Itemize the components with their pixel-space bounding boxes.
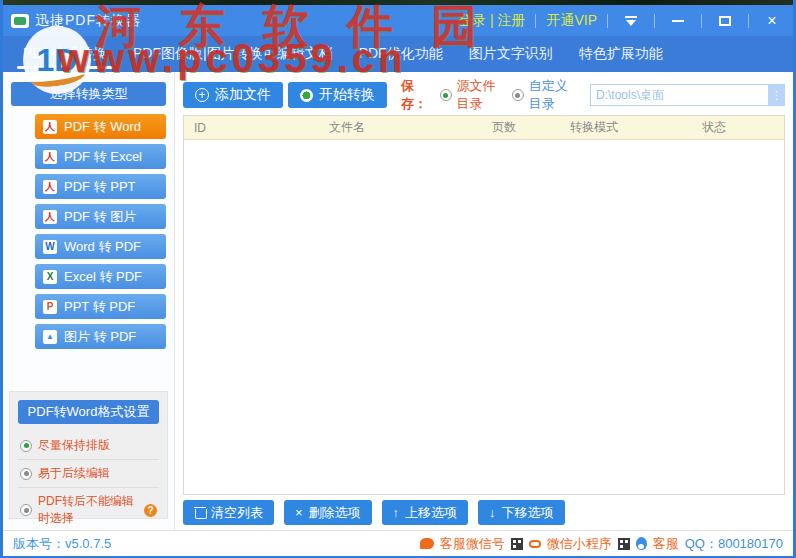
app-logo-icon (11, 14, 29, 28)
app-window: 迅捷PDF转换器 登录 | 注册 开通VIP × PDF格式转换 PDF图像版|… (0, 0, 796, 558)
sidebar: 选择转换类型 人 PDF 转 Word 人 PDF 转 Excel 人 PDF … (3, 72, 175, 530)
divider (748, 14, 749, 28)
tab-image-ocr[interactable]: 图片文字识别 (463, 36, 559, 72)
pdf-icon: 人 (43, 150, 57, 164)
radio-icon (20, 440, 32, 452)
wechat-icon (420, 538, 434, 549)
clear-list-label: 清空列表 (211, 504, 263, 522)
maximize-icon (719, 16, 731, 26)
sidebar-item-label: Word 转 PDF (64, 238, 141, 256)
tab-pdf-image-to-editable[interactable]: PDF图像版|图片转换可编辑文档 (127, 36, 339, 72)
radio-icon (440, 89, 452, 101)
qq-service-label: 客服 (653, 535, 679, 553)
delete-selected-label: 删除选项 (309, 504, 361, 522)
main-menu-button[interactable] (618, 11, 644, 31)
status-bar: 版本号：v5.0.7.5 客服微信号 微信小程序 客服QQ：800180170 (3, 530, 793, 556)
file-list-empty-area[interactable] (184, 140, 784, 494)
arrow-up-icon: ↑ (393, 506, 400, 519)
qr-code-icon[interactable] (511, 538, 523, 550)
move-down-button[interactable]: ↓ 下移选项 (478, 500, 565, 525)
option-keep-layout[interactable]: 尽量保持排版 (18, 432, 159, 460)
trash-icon (194, 506, 205, 519)
save-option-custom-dir[interactable]: 自定义目录 (512, 77, 576, 113)
image-icon: ▲ (43, 330, 57, 344)
minimize-icon (672, 20, 684, 22)
word-format-settings-panel: PDF转Word格式设置 尽量保持排版 易于后续编辑 PDF转后不能编辑时选择 … (9, 391, 168, 519)
move-up-button[interactable]: ↑ 上移选项 (382, 500, 469, 525)
miniprogram-label[interactable]: 微信小程序 (547, 535, 612, 553)
settings-header: PDF转Word格式设置 (18, 400, 159, 424)
option-label: PDF转后不能编辑时选择 (38, 493, 138, 527)
word-icon: W (43, 240, 57, 254)
option-label: 尽量保持排版 (38, 437, 110, 454)
sidebar-item-label: PDF 转 PPT (64, 178, 136, 196)
sidebar-item-label: PDF 转 Word (64, 118, 141, 136)
start-convert-button[interactable]: 开始转换 (288, 82, 387, 108)
divider (701, 14, 702, 28)
sidebar-item-pdf-to-ppt[interactable]: 人 PDF 转 PPT (35, 174, 166, 199)
column-pages: 页数 (464, 119, 544, 136)
sidebar-item-label: 图片 转 PDF (64, 328, 136, 346)
sidebar-item-label: PDF 转 Excel (64, 148, 142, 166)
maximize-button[interactable] (712, 11, 738, 31)
toolbar: + 添加文件 开始转换 保存： 源文件目录 自定义目录 (183, 82, 785, 108)
save-option-source-dir[interactable]: 源文件目录 (440, 77, 504, 113)
sidebar-item-pdf-to-word[interactable]: 人 PDF 转 Word (35, 114, 166, 139)
open-vip-link[interactable]: 开通VIP (546, 12, 597, 30)
version-text: 版本号：v5.0.7.5 (13, 535, 111, 553)
minimize-button[interactable] (665, 11, 691, 31)
add-files-button[interactable]: + 添加文件 (183, 82, 283, 108)
save-location-group: 保存： 源文件目录 自定义目录 ⋮ (401, 77, 785, 113)
column-filename: 文件名 (230, 119, 464, 136)
sidebar-item-ppt-to-pdf[interactable]: P PPT 转 PDF (35, 294, 166, 319)
sidebar-item-excel-to-pdf[interactable]: X Excel 转 PDF (35, 264, 166, 289)
browse-button[interactable]: ⋮ (768, 84, 785, 106)
delete-selected-button[interactable]: × 删除选项 (284, 500, 372, 525)
qr-code-icon[interactable] (618, 538, 630, 550)
divider (654, 14, 655, 28)
move-up-label: 上移选项 (405, 504, 457, 522)
column-convert-mode: 转换模式 (544, 119, 644, 136)
clear-list-button[interactable]: 清空列表 (183, 500, 274, 525)
pdf-icon: 人 (43, 210, 57, 224)
sidebar-item-label: PPT 转 PDF (64, 298, 135, 316)
sidebar-item-word-to-pdf[interactable]: W Word 转 PDF (35, 234, 166, 259)
delete-icon: × (295, 506, 303, 519)
sidebar-item-pdf-to-excel[interactable]: 人 PDF 转 Excel (35, 144, 166, 169)
qq-icon (636, 537, 647, 550)
login-register-link[interactable]: 登录 | 注册 (458, 12, 525, 30)
window-title: 迅捷PDF转换器 (35, 12, 141, 30)
main-panel: + 添加文件 开始转换 保存： 源文件目录 自定义目录 (175, 72, 793, 530)
tab-pdf-format-convert[interactable]: PDF格式转换 (17, 36, 113, 72)
title-bar: 迅捷PDF转换器 登录 | 注册 开通VIP × (3, 5, 793, 36)
menu-bar: PDF格式转换 PDF图像版|图片转换可编辑文档 PDF优化功能 图片文字识别 … (3, 36, 793, 72)
save-option-label: 源文件目录 (457, 77, 504, 113)
help-icon[interactable]: ? (144, 504, 157, 517)
radio-icon (20, 468, 32, 480)
output-path-input[interactable] (590, 84, 768, 106)
sidebar-item-image-to-pdf[interactable]: ▲ 图片 转 PDF (35, 324, 166, 349)
option-when-not-editable[interactable]: PDF转后不能编辑时选择 ? (18, 488, 159, 532)
start-convert-label: 开始转换 (319, 86, 375, 104)
file-table: ID 文件名 页数 转换模式 状态 (183, 115, 785, 495)
column-id: ID (184, 121, 230, 135)
column-status: 状态 (644, 119, 784, 136)
excel-icon: X (43, 270, 57, 284)
save-option-label: 自定义目录 (529, 77, 576, 113)
sidebar-item-label: Excel 转 PDF (64, 268, 142, 286)
divider (535, 14, 536, 28)
add-icon: + (195, 88, 209, 102)
close-button[interactable]: × (759, 11, 785, 31)
tab-extra-features[interactable]: 特色扩展功能 (573, 36, 669, 72)
wechat-service-label[interactable]: 客服微信号 (440, 535, 505, 553)
sidebar-item-pdf-to-image[interactable]: 人 PDF 转 图片 (35, 204, 166, 229)
pdf-icon: 人 (43, 120, 57, 134)
collapse-menu-icon (625, 16, 637, 26)
divider (607, 14, 608, 28)
ppt-icon: P (43, 300, 57, 314)
option-easy-edit[interactable]: 易于后续编辑 (18, 460, 159, 488)
sidebar-item-label: PDF 转 图片 (64, 208, 136, 226)
radio-icon (512, 89, 524, 101)
tab-pdf-optimize[interactable]: PDF优化功能 (353, 36, 449, 72)
list-action-buttons: 清空列表 × 删除选项 ↑ 上移选项 ↓ 下移选项 (183, 500, 785, 525)
